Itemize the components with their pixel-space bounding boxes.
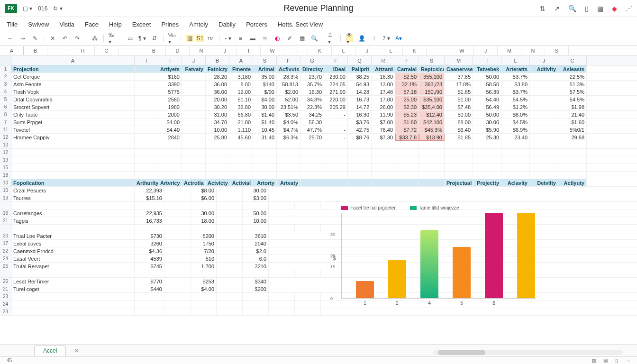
- cell[interactable]: [11, 308, 135, 315]
- ref-cell[interactable]: L: [379, 46, 403, 55]
- cell[interactable]: [277, 156, 300, 164]
- cell[interactable]: 12.00: [229, 88, 253, 95]
- cell[interactable]: [269, 225, 295, 232]
- cell[interactable]: $42,100: [419, 118, 445, 126]
- cell[interactable]: 36.00: [206, 88, 229, 95]
- row-header[interactable]: 13: [0, 194, 11, 201]
- cell[interactable]: 5%0/1: [558, 126, 587, 133]
- cell[interactable]: [348, 172, 372, 179]
- table-row[interactable]: 21Turel coget$440$4.00$200: [0, 285, 637, 293]
- cell[interactable]: 16.30: [372, 73, 395, 80]
- cell[interactable]: $253: [191, 278, 217, 285]
- cell[interactable]: [182, 164, 206, 171]
- table-row[interactable]: 7Surts Prpget$4.0034.7021.00$1.40$4.0%56…: [0, 118, 637, 126]
- cell[interactable]: [135, 126, 158, 133]
- cell[interactable]: 54.40: [473, 96, 501, 103]
- cell[interactable]: $5.90: [473, 126, 501, 133]
- cell[interactable]: $160: [158, 73, 182, 80]
- cell[interactable]: [191, 293, 217, 300]
- ref-cell[interactable]: H: [71, 46, 95, 55]
- cell[interactable]: [135, 270, 164, 277]
- cell[interactable]: $6.40: [445, 126, 473, 133]
- cell[interactable]: $4.5%: [501, 118, 530, 126]
- cell[interactable]: Caenmxd Prndcd: [11, 247, 135, 255]
- table-row[interactable]: 6Srocret Sopvert198030.2032.8030.0023.51…: [0, 103, 637, 111]
- cell[interactable]: 2000: [158, 111, 182, 118]
- cell[interactable]: $15.10: [135, 194, 164, 201]
- table-row[interactable]: 26Lesat RerTimer$770$253$340: [0, 278, 637, 285]
- cell[interactable]: Exeal coves: [11, 240, 135, 247]
- table-row[interactable]: 1ProjectionArtiyetsFatvatyFatnictyFmente…: [0, 65, 637, 73]
- cell[interactable]: $7.00: [372, 118, 395, 126]
- cell[interactable]: [445, 164, 473, 171]
- cell[interactable]: 51.3%: [558, 81, 587, 88]
- ref-cell[interactable]: D: [166, 46, 190, 55]
- table-row[interactable]: [0, 270, 637, 278]
- cell[interactable]: 17.00: [372, 96, 395, 103]
- cell[interactable]: [473, 172, 501, 179]
- undo-icon[interactable]: ↶: [61, 35, 69, 42]
- cell[interactable]: 22,393: [135, 187, 164, 194]
- cell[interactable]: [182, 81, 206, 88]
- cell[interactable]: 54.93: [348, 81, 372, 88]
- cell[interactable]: [206, 141, 229, 148]
- column-header[interactable]: J: [530, 56, 558, 65]
- cell[interactable]: [419, 179, 445, 186]
- cell[interactable]: [11, 172, 135, 179]
- cell[interactable]: Fmente: [229, 65, 253, 73]
- align-left-icon[interactable]: ▭: [126, 35, 134, 42]
- cell[interactable]: 5775: [158, 88, 182, 95]
- menu-help[interactable]: Help: [109, 21, 122, 28]
- row-header[interactable]: 15: [0, 164, 11, 171]
- cell[interactable]: 355,100: [419, 73, 445, 80]
- menu-prines[interactable]: Prines: [161, 21, 179, 28]
- cell[interactable]: $33.7,8: [395, 134, 419, 141]
- cell[interactable]: 510: [191, 255, 217, 262]
- cell[interactable]: Tovetel: [11, 126, 135, 133]
- ref-cell[interactable]: M: [498, 46, 521, 55]
- column-header[interactable]: J: [182, 56, 206, 65]
- table-row[interactable]: [0, 225, 637, 232]
- cell[interactable]: $6.3%: [277, 134, 300, 141]
- cell[interactable]: [164, 217, 191, 224]
- cell[interactable]: $4.00: [253, 96, 277, 103]
- cell[interactable]: Actiyuty: [558, 179, 587, 186]
- row-header[interactable]: 10: [0, 179, 11, 186]
- table-row[interactable]: 12Hramee Capply284025.8045.6031.40$6.3%2…: [0, 134, 637, 141]
- cell[interactable]: [300, 156, 324, 164]
- row-header[interactable]: 1: [0, 65, 11, 73]
- cell[interactable]: [300, 141, 324, 148]
- table-row[interactable]: 17Exeal coves326017502040: [0, 240, 637, 247]
- cell[interactable]: [11, 293, 135, 300]
- column-header[interactable]: B: [206, 56, 229, 65]
- table-icon[interactable]: ▦: [298, 35, 306, 42]
- cell[interactable]: 30.00: [253, 103, 277, 110]
- cell[interactable]: 34.70: [206, 118, 229, 126]
- cell[interactable]: [135, 164, 158, 171]
- cell[interactable]: 7/20: [191, 247, 217, 255]
- cell[interactable]: 2840: [158, 134, 182, 141]
- table-row[interactable]: 10Crzal Pesuers22,393$8.0030.00: [0, 187, 637, 194]
- cell[interactable]: 30.00: [243, 187, 269, 194]
- cell[interactable]: $3.80: [501, 81, 530, 88]
- ref-cell[interactable]: N: [190, 46, 213, 55]
- cell[interactable]: 14.28: [348, 88, 372, 95]
- cell[interactable]: 23,70: [300, 73, 324, 80]
- cell[interactable]: 53.7%: [501, 73, 530, 80]
- cell[interactable]: [372, 141, 395, 148]
- cell[interactable]: [501, 164, 530, 171]
- cell[interactable]: 8200: [191, 232, 217, 239]
- cell[interactable]: Aclavity: [501, 179, 530, 186]
- table-row[interactable]: 21Tagpis16,73318.0010.00: [0, 217, 637, 225]
- redo-icon[interactable]: ↷: [73, 35, 81, 42]
- menu-exceet[interactable]: Exceet: [132, 21, 151, 28]
- table-row[interactable]: 5Drtal Coovnrahia256020.0051.10$4.0052.0…: [0, 96, 637, 103]
- row-header[interactable]: 23: [0, 308, 11, 315]
- cell[interactable]: Tatvebek: [473, 65, 501, 73]
- cell[interactable]: [217, 202, 243, 209]
- table-row[interactable]: 24Easal Veert45395106.0: [0, 255, 637, 263]
- shape-icon[interactable]: ◐: [273, 35, 281, 42]
- cell[interactable]: 47.7%: [300, 126, 324, 133]
- cell[interactable]: 1.110: [229, 126, 253, 133]
- cell[interactable]: 3390: [158, 81, 182, 88]
